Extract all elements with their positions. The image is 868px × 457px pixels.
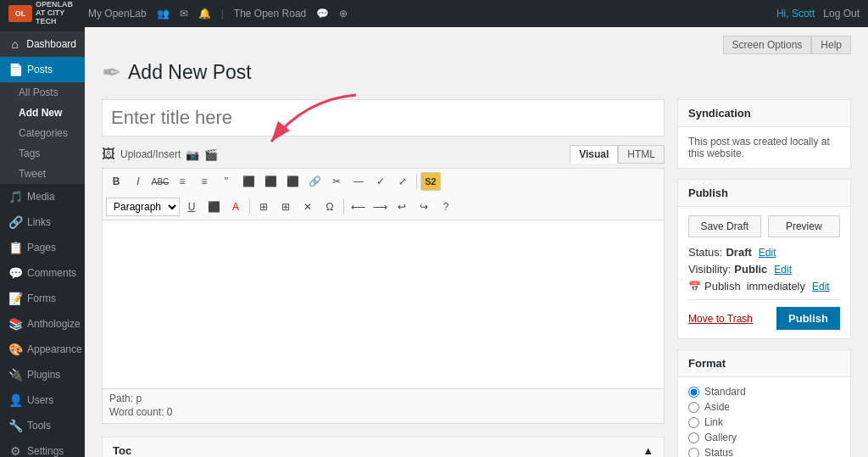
publish-box-header[interactable]: Publish: [678, 180, 850, 207]
toolbar-bold[interactable]: B: [106, 172, 126, 191]
visual-tab[interactable]: Visual: [570, 145, 618, 164]
toolbar-italic[interactable]: I: [128, 172, 148, 191]
editor-footer: Path: p Word count: 0: [102, 389, 665, 424]
toolbar-paste-word[interactable]: ⊞: [275, 198, 296, 216]
syndication-box-header[interactable]: Syndication: [678, 100, 850, 127]
appearance-icon: 🎨: [8, 343, 22, 356]
visibility-edit-link[interactable]: Edit: [774, 264, 792, 276]
status-edit-link[interactable]: Edit: [759, 247, 776, 259]
toolbar-align-left[interactable]: ⬛: [238, 172, 259, 191]
format-standard-radio[interactable]: [688, 387, 699, 398]
sidebar-item-forms[interactable]: 📝 Forms: [0, 286, 85, 311]
plus-icon[interactable]: ⊕: [339, 8, 348, 20]
toolbar-blockquote[interactable]: ": [216, 172, 236, 191]
toolbar-fullscreen[interactable]: ⤢: [392, 172, 413, 191]
toolbar-strikethrough[interactable]: ABC: [150, 172, 170, 191]
format-status[interactable]: Status: [688, 447, 840, 457]
sidebar-item-comments[interactable]: 💬 Comments: [0, 260, 85, 286]
sidebar-item-pages[interactable]: 📋 Pages: [0, 235, 85, 260]
editor-toolbar-row1: B I ABC ≡ ≡ " ⬛ ⬛ ⬛ 🔗 ✂ — ✓ ⤢ S2: [102, 168, 665, 194]
toolbar-sep3: [343, 199, 344, 215]
format-aside-radio[interactable]: [688, 402, 699, 413]
move-to-trash-button[interactable]: Move to Trash: [688, 313, 753, 325]
toolbar-align-center[interactable]: ⬛: [260, 172, 281, 191]
toolbar-ul[interactable]: ≡: [172, 172, 192, 191]
toolbar-ol[interactable]: ≡: [194, 172, 214, 191]
screen-options-btn[interactable]: Screen Options: [723, 36, 812, 54]
chat-icon: 💬: [316, 8, 329, 20]
publish-title: Publish: [688, 187, 728, 199]
toolbar-help[interactable]: ?: [436, 198, 456, 216]
toolbar-s2[interactable]: S2: [420, 172, 441, 191]
toolbar-redo[interactable]: ↪: [414, 198, 434, 216]
toolbar-indent[interactable]: ⟶: [370, 198, 390, 216]
sidebar-item-media[interactable]: 🎵 Media: [0, 184, 85, 209]
sidebar-item-label-appearance: Appearance: [27, 343, 82, 355]
format-gallery-radio[interactable]: [688, 432, 699, 443]
paragraph-select[interactable]: Paragraph Heading 1 Heading 2 Heading 3: [106, 198, 180, 216]
post-title-input[interactable]: [102, 99, 665, 137]
sidebar-item-tweet[interactable]: Tweet: [0, 164, 85, 184]
format-gallery-label: Gallery: [704, 432, 737, 443]
toolbar-char[interactable]: Ω: [320, 198, 340, 216]
adminbar-right: Hi, Scott Log Out: [776, 8, 860, 20]
toolbar-spellcheck[interactable]: ✓: [370, 172, 391, 191]
sidebar-item-categories[interactable]: Categories: [0, 123, 85, 143]
sidebar-item-anthologize[interactable]: 📚 Anthologize: [0, 311, 85, 337]
sidebar-item-all-posts[interactable]: All Posts: [0, 82, 85, 103]
sidebar-item-plugins[interactable]: 🔌 Plugins: [0, 362, 85, 387]
help-btn[interactable]: Help: [811, 36, 851, 54]
plugins-icon: 🔌: [8, 368, 22, 382]
toc-meta-box-header[interactable]: Toc ▲: [103, 437, 664, 457]
sidebar-item-appearance[interactable]: 🎨 Appearance: [0, 337, 85, 362]
sidebar-item-tools[interactable]: 🔧 Tools: [0, 413, 85, 438]
format-status-radio[interactable]: [688, 448, 699, 458]
log-out-link[interactable]: Log Out: [823, 8, 860, 20]
status-value: Draft: [726, 246, 751, 259]
toolbar-underline[interactable]: U: [181, 198, 202, 216]
sidebar-item-label-plugins: Plugins: [27, 369, 60, 381]
toolbar-unlink[interactable]: ✂: [326, 172, 347, 191]
sidebar-item-settings[interactable]: ⚙ Settings: [0, 438, 85, 457]
publish-time-edit-link[interactable]: Edit: [812, 281, 830, 293]
sidebar-item-label-anthologize: Anthologize: [27, 318, 81, 330]
toolbar-more[interactable]: —: [348, 172, 369, 191]
upload-insert-label: Upload/Insert: [120, 148, 181, 160]
toolbar-outdent[interactable]: ⟵: [348, 198, 368, 216]
html-tab[interactable]: HTML: [618, 145, 665, 164]
users-icon: 👤: [8, 393, 22, 407]
editor-body[interactable]: [102, 220, 665, 389]
sidebar-item-add-new[interactable]: Add New: [0, 103, 85, 123]
toolbar-remove-format[interactable]: ✕: [298, 198, 318, 216]
format-gallery[interactable]: Gallery: [688, 432, 840, 443]
my-openlab-link[interactable]: My OpenLab: [88, 8, 147, 20]
upload-icon[interactable]: 🖼: [102, 147, 115, 162]
media-icon2[interactable]: 🎬: [204, 148, 218, 161]
sidebar-item-users[interactable]: 👤 Users: [0, 387, 85, 413]
site-link[interactable]: The Open Road: [234, 8, 306, 20]
format-link[interactable]: Link: [688, 416, 840, 428]
toolbar-color[interactable]: A: [225, 198, 246, 216]
format-box: Format Standard Aside Link: [677, 349, 851, 457]
syndication-text: This post was created locally at this we…: [688, 136, 840, 159]
sidebar-item-posts[interactable]: 📄 Posts: [0, 57, 85, 82]
sidebar-item-tags[interactable]: Tags: [0, 143, 85, 164]
preview-button[interactable]: Preview: [768, 215, 841, 237]
toolbar-justify[interactable]: ⬛: [203, 198, 224, 216]
toc-title: Toc: [113, 444, 131, 457]
toolbar-link[interactable]: 🔗: [304, 172, 325, 191]
toolbar-align-right[interactable]: ⬛: [282, 172, 303, 191]
format-box-header[interactable]: Format: [678, 350, 850, 377]
sidebar-item-links[interactable]: 🔗 Links: [0, 209, 85, 235]
toolbar-undo[interactable]: ↩: [392, 198, 412, 216]
syndication-box: Syndication This post was created locall…: [677, 99, 851, 169]
save-draft-button[interactable]: Save Draft: [688, 215, 761, 237]
media-icon-small[interactable]: 📷: [186, 148, 199, 161]
format-link-radio[interactable]: [688, 417, 699, 428]
publish-button[interactable]: Publish: [776, 307, 840, 330]
toolbar-paste-plain[interactable]: ⊞: [253, 198, 274, 216]
format-standard[interactable]: Standard: [688, 386, 840, 398]
sidebar-item-dashboard[interactable]: ⌂ Dashboard: [0, 31, 85, 57]
format-aside[interactable]: Aside: [688, 401, 840, 413]
openlab-logo[interactable]: OL OPENLAB AT CITY TECH: [8, 1, 78, 26]
